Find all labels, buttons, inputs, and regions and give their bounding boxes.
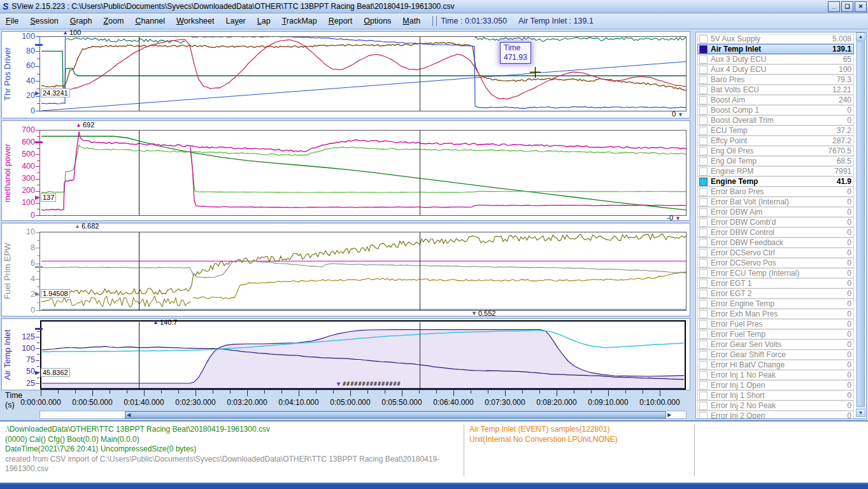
plot-area-thr-pos-driver[interactable] bbox=[39, 36, 687, 111]
channel-swatch[interactable] bbox=[699, 412, 708, 420]
channel-swatch[interactable] bbox=[699, 330, 708, 339]
menu-channel[interactable]: Channel bbox=[129, 15, 171, 27]
channel-swatch[interactable] bbox=[699, 290, 708, 298]
channel-row-error-ecu-temp-internal-[interactable]: Error ECU Temp (Internal)0 bbox=[697, 268, 854, 278]
scroll-down-icon[interactable]: ▼ bbox=[856, 409, 865, 417]
horizontal-scrollbar-thumb[interactable] bbox=[125, 411, 666, 418]
channel-swatch[interactable] bbox=[699, 300, 708, 308]
channel-row-boost-comp-1[interactable]: Boost Comp 10 bbox=[697, 105, 854, 115]
menu-lap[interactable]: Lap bbox=[252, 15, 276, 27]
menu-file[interactable]: File bbox=[0, 15, 24, 27]
channel-row-error-gear-shift-force[interactable]: Error Gear Shift Force0 bbox=[697, 350, 854, 360]
channel-row-error-fuel-temp[interactable]: Error Fuel Temp0 bbox=[697, 329, 854, 339]
channel-swatch[interactable] bbox=[699, 86, 708, 94]
channel-row-error-dbw-feedback[interactable]: Error DBW Feedback0 bbox=[697, 237, 854, 248]
channel-swatch[interactable] bbox=[699, 371, 708, 379]
channel-row-5v-aux-supply[interactable]: 5V Aux Supply5.008 bbox=[697, 34, 854, 44]
channel-row-error-exh-man-pres[interactable]: Error Exh Man Pres0 bbox=[697, 309, 854, 319]
close-button[interactable]: ✕ bbox=[855, 1, 867, 12]
channel-row-error-fuel-pres[interactable]: Error Fuel Pres0 bbox=[697, 319, 854, 329]
scroll-right-icon[interactable]: ▶ bbox=[667, 411, 671, 418]
channel-swatch[interactable] bbox=[699, 341, 708, 349]
channel-row-error-hi-batv-change[interactable]: Error Hi BatV Change0 bbox=[697, 360, 854, 370]
channel-swatch[interactable] bbox=[699, 208, 708, 216]
vertical-scrollbar[interactable]: ▲ ▼ bbox=[856, 32, 865, 417]
channel-swatch[interactable] bbox=[699, 127, 708, 135]
channel-row-bat-volts-ecu[interactable]: Bat Volts ECU12.21 bbox=[697, 85, 854, 95]
channel-swatch[interactable] bbox=[699, 157, 708, 166]
menu-layer[interactable]: Layer bbox=[220, 15, 251, 27]
channel-swatch[interactable] bbox=[699, 402, 708, 410]
plot-area-fuel-prim-epw[interactable] bbox=[39, 232, 687, 311]
channel-swatch[interactable] bbox=[699, 117, 708, 125]
menu-math[interactable]: Math bbox=[397, 15, 426, 27]
restore-button[interactable]: ❏ bbox=[841, 1, 853, 12]
vertical-scrollbar-thumb[interactable] bbox=[857, 41, 865, 407]
channel-row-ecu-temp[interactable]: ECU Temp37.2 bbox=[697, 125, 854, 136]
channel-row-error-inj-1-open[interactable]: Error Inj 1 Open0 bbox=[697, 380, 854, 390]
channel-row-error-egt-1[interactable]: Error EGT 10 bbox=[697, 278, 854, 288]
channel-row-error-dcservo-pos[interactable]: Error DCServo Pos0 bbox=[697, 258, 854, 268]
channel-row-error-dcservo-ctrl[interactable]: Error DCServo Ctrl0 bbox=[697, 248, 854, 258]
channel-swatch[interactable] bbox=[699, 167, 708, 176]
channel-row-error-baro-pres[interactable]: Error Baro Pres0 bbox=[697, 187, 854, 197]
channel-row-error-inj-2-open[interactable]: Error Inj 2 Open0 bbox=[697, 411, 854, 419]
channel-swatch[interactable] bbox=[699, 106, 708, 115]
channel-swatch[interactable] bbox=[699, 320, 708, 329]
menu-worksheet[interactable]: Worksheet bbox=[171, 15, 220, 27]
plot-area-air-temp-inlet-selected[interactable] bbox=[40, 320, 686, 390]
channel-swatch[interactable] bbox=[699, 310, 708, 318]
channel-swatch[interactable] bbox=[699, 66, 708, 74]
channel-row-error-inj-1-short[interactable]: Error Inj 1 Short0 bbox=[697, 390, 854, 400]
channel-swatch[interactable] bbox=[699, 218, 708, 227]
channel-row-engine-rpm[interactable]: Engine RPM7991 bbox=[697, 166, 854, 176]
channel-swatch[interactable] bbox=[699, 249, 708, 257]
channel-swatch[interactable] bbox=[699, 239, 708, 247]
menu-zoom[interactable]: Zoom bbox=[97, 15, 129, 27]
channel-swatch[interactable] bbox=[699, 188, 708, 196]
channel-swatch[interactable] bbox=[699, 229, 708, 237]
channel-swatch[interactable] bbox=[699, 269, 708, 278]
channel-row-error-dbw-control[interactable]: Error DBW Control0 bbox=[697, 227, 854, 237]
menu-session[interactable]: Session bbox=[24, 15, 64, 27]
channel-swatch[interactable] bbox=[699, 45, 708, 53]
channel-row-aux-4-duty-ecu[interactable]: Aux 4 Duty ECU100 bbox=[697, 64, 854, 74]
scroll-left-icon[interactable]: ◀ bbox=[127, 411, 131, 418]
channel-swatch[interactable] bbox=[699, 76, 708, 84]
channel-swatch[interactable] bbox=[699, 259, 708, 267]
menu-graph[interactable]: Graph bbox=[64, 15, 98, 27]
menu-trackmap[interactable]: TrackMap bbox=[276, 15, 323, 27]
minimize-button[interactable]: _ bbox=[828, 1, 840, 12]
channel-swatch[interactable] bbox=[699, 351, 708, 359]
menu-report[interactable]: Report bbox=[323, 15, 359, 27]
channel-row-error-bat-volt-internal-[interactable]: Error Bat Volt (Internal)0 bbox=[697, 197, 854, 207]
channel-row-eng-oil-pres[interactable]: Eng Oil Pres7670.5 bbox=[697, 146, 854, 156]
channel-swatch[interactable] bbox=[699, 361, 708, 369]
channel-row-effcy-point[interactable]: Effcy Point287.2 bbox=[697, 136, 854, 146]
channel-row-air-temp-inlet[interactable]: Air Temp Inlet139.1 bbox=[697, 44, 854, 54]
channel-swatch[interactable] bbox=[699, 178, 708, 186]
channel-row-engine-temp[interactable]: Engine Temp41.9 bbox=[697, 176, 854, 187]
scroll-up-icon[interactable]: ▲ bbox=[856, 32, 865, 41]
channel-row-error-gear-sen-volts[interactable]: Error Gear Sen Volts0 bbox=[697, 339, 854, 350]
channel-row-error-engine-temp[interactable]: Error Engine Temp0 bbox=[697, 299, 854, 309]
channel-swatch[interactable] bbox=[699, 381, 708, 390]
channel-swatch[interactable] bbox=[699, 137, 708, 145]
channel-swatch[interactable] bbox=[699, 280, 708, 288]
channel-row-boost-aim[interactable]: Boost Aim240 bbox=[697, 95, 854, 105]
channel-row-error-inj-2-no-peak[interactable]: Error Inj 2 No Peak0 bbox=[697, 400, 854, 411]
channel-swatch[interactable] bbox=[699, 55, 708, 64]
channel-row-eng-oil-temp[interactable]: Eng Oil Temp68.5 bbox=[697, 156, 854, 166]
channel-swatch[interactable] bbox=[699, 147, 708, 155]
plot-area-methanol-power[interactable] bbox=[39, 130, 687, 216]
channel-swatch[interactable] bbox=[699, 392, 708, 400]
menu-options[interactable]: Options bbox=[358, 15, 397, 27]
channel-row-error-dbw-aim[interactable]: Error DBW Aim0 bbox=[697, 207, 854, 217]
channel-row-baro-pres[interactable]: Baro Pres79.3 bbox=[697, 74, 854, 85]
channel-swatch[interactable] bbox=[699, 198, 708, 206]
channel-row-error-inj-1-no-peak[interactable]: Error Inj 1 No Peak0 bbox=[697, 370, 854, 380]
channel-row-aux-3-duty-ecu[interactable]: Aux 3 Duty ECU65 bbox=[697, 54, 854, 64]
channel-swatch[interactable] bbox=[699, 96, 708, 104]
channel-swatch[interactable] bbox=[699, 35, 708, 43]
channel-row-boost-overall-trim[interactable]: Boost Overall Trim0 bbox=[697, 115, 854, 125]
